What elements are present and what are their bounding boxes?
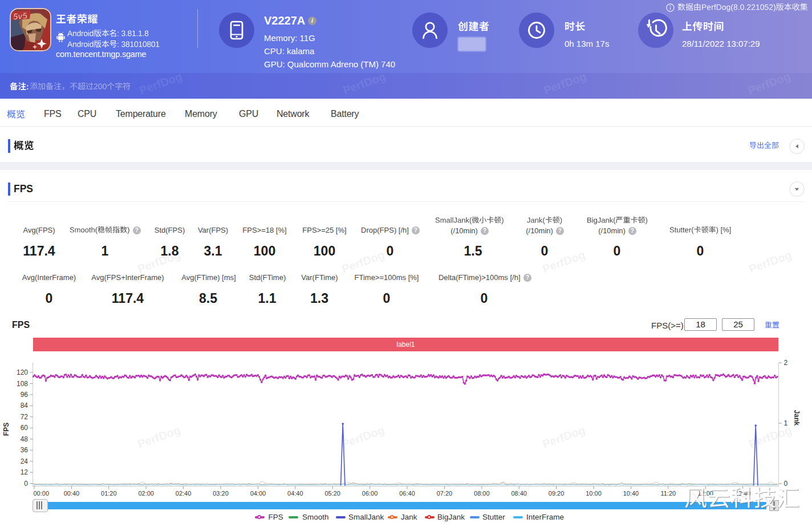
svg-text:09:20: 09:20 xyxy=(549,490,565,497)
svg-text:Jank: Jank xyxy=(793,410,801,426)
svg-text:1: 1 xyxy=(784,419,788,427)
svg-text:02:00: 02:00 xyxy=(138,490,154,497)
svg-text:06:40: 06:40 xyxy=(399,490,415,497)
svg-text:04:00: 04:00 xyxy=(250,490,266,497)
svg-text:03:20: 03:20 xyxy=(213,490,229,497)
svg-text:05:20: 05:20 xyxy=(324,490,340,497)
svg-text:5v5: 5v5 xyxy=(13,10,28,21)
svg-text:24: 24 xyxy=(21,457,29,465)
svg-text:04:40: 04:40 xyxy=(287,490,303,497)
svg-text:08:00: 08:00 xyxy=(474,490,490,497)
svg-text:84: 84 xyxy=(21,402,29,410)
svg-text:00:00: 00:00 xyxy=(34,490,50,497)
svg-text:10:00: 10:00 xyxy=(586,490,602,497)
svg-text:06:00: 06:00 xyxy=(362,490,378,497)
svg-text:FPS: FPS xyxy=(2,423,10,436)
svg-text:36: 36 xyxy=(21,446,29,454)
svg-text:07:20: 07:20 xyxy=(437,490,453,497)
svg-text:00:40: 00:40 xyxy=(64,490,80,497)
svg-text:2: 2 xyxy=(784,359,788,367)
svg-text:108: 108 xyxy=(17,380,28,388)
svg-text:48: 48 xyxy=(21,435,29,443)
svg-text:08:40: 08:40 xyxy=(511,490,527,497)
svg-text:11:20: 11:20 xyxy=(660,490,676,497)
svg-text:12: 12 xyxy=(21,468,29,476)
svg-text:60: 60 xyxy=(21,424,29,432)
svg-text:96: 96 xyxy=(21,391,29,399)
svg-text:0: 0 xyxy=(24,480,28,488)
svg-text:02:40: 02:40 xyxy=(176,490,192,497)
svg-text:120: 120 xyxy=(17,368,28,376)
svg-text:10:40: 10:40 xyxy=(623,490,639,497)
svg-text:01:20: 01:20 xyxy=(101,490,117,497)
svg-text:72: 72 xyxy=(21,413,29,421)
